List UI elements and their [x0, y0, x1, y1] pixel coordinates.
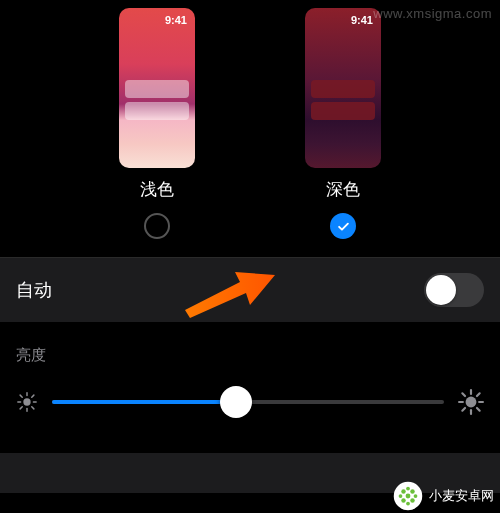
preview-time: 9:41 — [351, 14, 373, 26]
toggle-knob — [426, 275, 456, 305]
brightness-section: 亮度 — [0, 322, 500, 415]
svg-point-23 — [406, 494, 411, 499]
preview-widget — [125, 102, 189, 120]
brand-logo-icon — [393, 481, 423, 511]
preview-widget — [125, 80, 189, 98]
svg-line-6 — [32, 407, 34, 409]
svg-point-19 — [401, 489, 406, 494]
svg-line-5 — [20, 395, 22, 397]
svg-point-27 — [414, 494, 418, 498]
svg-point-26 — [399, 494, 403, 498]
theme-radio-light[interactable] — [144, 213, 170, 239]
auto-label: 自动 — [16, 278, 52, 302]
sun-small-icon — [16, 391, 38, 413]
svg-line-16 — [462, 408, 465, 411]
brightness-title: 亮度 — [16, 346, 484, 365]
watermark-brand-badge: 小麦安卓网 — [393, 481, 494, 511]
theme-label-light: 浅色 — [140, 178, 174, 201]
preview-time: 9:41 — [165, 14, 187, 26]
theme-preview-light: 9:41 — [119, 8, 195, 168]
watermark-brand-text: 小麦安卓网 — [429, 487, 494, 505]
brightness-slider-row — [16, 389, 484, 415]
auto-toggle[interactable] — [424, 273, 484, 307]
checkmark-icon — [336, 219, 351, 234]
theme-label-dark: 深色 — [326, 178, 360, 201]
slider-fill — [52, 400, 236, 404]
svg-point-24 — [406, 487, 410, 491]
theme-radio-dark[interactable] — [330, 213, 356, 239]
svg-line-14 — [462, 393, 465, 396]
svg-line-17 — [477, 393, 480, 396]
svg-point-9 — [466, 397, 477, 408]
slider-thumb — [220, 386, 252, 418]
preview-widget — [311, 102, 375, 120]
sun-large-icon — [458, 389, 484, 415]
svg-line-7 — [20, 407, 22, 409]
theme-preview-dark: 9:41 — [305, 8, 381, 168]
watermark-url: www.xmsigma.com — [373, 6, 492, 21]
svg-point-20 — [410, 489, 415, 494]
theme-option-light[interactable]: 9:41 浅色 — [119, 8, 195, 239]
svg-line-15 — [477, 408, 480, 411]
appearance-theme-row: 9:41 浅色 9:41 深色 — [0, 0, 500, 239]
svg-point-0 — [23, 398, 30, 405]
theme-option-dark[interactable]: 9:41 深色 — [305, 8, 381, 239]
svg-point-21 — [401, 498, 406, 503]
annotation-arrow-icon — [180, 260, 280, 320]
svg-point-25 — [406, 502, 410, 506]
preview-widget — [311, 80, 375, 98]
svg-line-8 — [32, 395, 34, 397]
brightness-slider[interactable] — [52, 400, 444, 404]
svg-point-22 — [410, 498, 415, 503]
auto-appearance-row: 自动 — [0, 258, 500, 322]
